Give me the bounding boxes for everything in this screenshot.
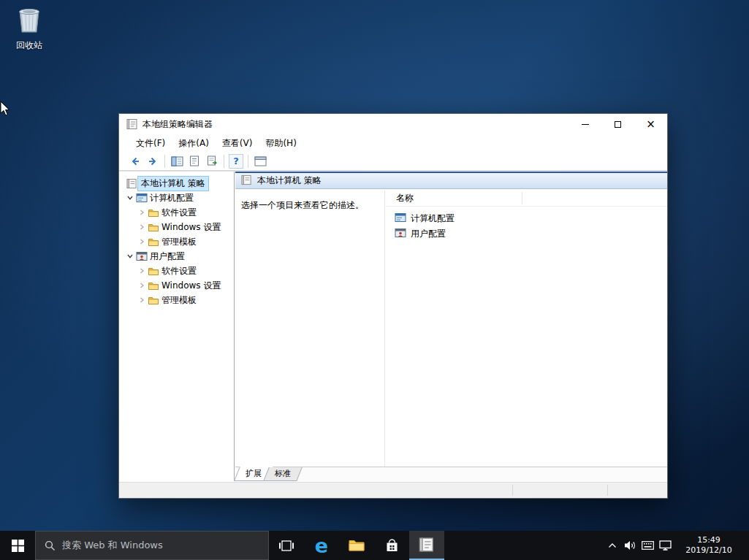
chevron-collapsed-icon[interactable] [137,223,147,231]
window-titlebar[interactable]: 本地组策略编辑器 × [119,114,667,134]
new-window-button[interactable] [251,153,269,169]
tree-item-label: 软件设置 [160,207,198,219]
export-list-icon [207,156,218,166]
tab-standard[interactable]: 标准 [266,467,300,481]
desktop: { "desktop": { "recycle_bin_label": "回收站… [0,0,749,560]
tree-item-label: 用户配置 [148,250,186,263]
name-column-label: 名称 [396,192,414,204]
computer-config-icon [395,212,406,226]
file-explorer-button[interactable] [339,531,374,560]
console-tree-pane: 本地计算机 策略 计算机配置 [119,172,235,481]
tree-item-label: 本地计算机 策略 [138,177,208,191]
back-button[interactable] [126,153,144,169]
chevron-up-icon [608,542,617,548]
edge-button[interactable]: e [304,531,339,560]
tree-item-software-settings[interactable]: 软件设置 [119,205,234,220]
result-header: 本地计算机 策略 [235,172,667,189]
tree-item-label: 计算机配置 [148,192,195,204]
gpedit-taskbar-button[interactable] [409,531,444,560]
properties-button[interactable] [186,153,203,169]
gpedit-window: 本地组策略编辑器 × 文件(F) 操作(A) 查看(V) 帮助(H) [118,113,668,499]
folder-icon [147,265,160,277]
tray-show-hidden-icons-button[interactable] [604,531,621,560]
start-button[interactable] [0,531,35,560]
volume-icon [624,540,636,551]
forward-button[interactable] [144,153,161,169]
close-button[interactable]: × [634,114,667,134]
tree-item-computer-configuration[interactable]: 计算机配置 [119,191,234,205]
clock-time: 15:49 [679,535,739,545]
back-icon [129,156,141,167]
window-title: 本地组策略编辑器 [142,118,213,131]
task-view-button[interactable] [269,531,304,560]
console-content: 本地计算机 策略 计算机配置 [119,171,667,481]
user-config-icon [135,250,148,262]
toolbar-divider [248,155,248,168]
maximize-button[interactable] [601,114,634,134]
folder-icon [147,294,160,306]
tray-network-button[interactable] [656,531,674,560]
chevron-collapsed-icon[interactable] [137,282,147,289]
recycle-bin-label: 回收站 [6,39,53,52]
tree-item-local-computer-policy[interactable]: 本地计算机 策略 [119,176,234,191]
result-pane: 本地计算机 策略 选择一个项目来查看它的描述。 名称 [235,172,667,481]
tree-item-user-configuration[interactable]: 用户配置 [119,249,234,264]
chevron-collapsed-icon[interactable] [137,267,147,275]
description-panel: 选择一个项目来查看它的描述。 [235,191,385,467]
properties-icon [189,156,199,166]
menu-file[interactable]: 文件(F) [129,135,172,152]
tab-label: 扩展 [246,469,262,478]
tree-item-windows-settings[interactable]: Windows 设置 [119,278,234,293]
menu-view[interactable]: 查看(V) [216,135,259,152]
tree-item-administrative-templates[interactable]: 管理模板 [119,234,234,249]
folder-icon [147,207,160,218]
export-list-button[interactable] [203,153,221,169]
tray-touch-keyboard-button[interactable] [639,531,656,560]
folder-icon [147,236,160,248]
chevron-collapsed-icon[interactable] [137,209,147,216]
tree-item-label: 管理模板 [160,236,198,248]
folder-icon [147,221,160,233]
menu-action[interactable]: 操作(A) [172,135,216,152]
list-item-label: 计算机配置 [411,212,455,225]
chevron-expanded-icon[interactable] [125,194,135,202]
gpedit-icon [125,178,138,189]
gpedit-icon [126,118,138,130]
keyboard-icon [642,541,654,550]
network-icon [659,540,672,551]
menu-bar: 文件(F) 操作(A) 查看(V) 帮助(H) [119,134,667,152]
minimize-button[interactable] [569,114,601,134]
tree-item-administrative-templates[interactable]: 管理模板 [119,293,234,307]
chevron-collapsed-icon[interactable] [137,238,147,245]
clock-date: 2019/12/10 [679,545,739,556]
list-item-user-configuration[interactable]: 用户配置 [395,226,667,242]
list-item-computer-configuration[interactable]: 计算机配置 [395,211,667,226]
edge-icon: e [315,536,328,556]
taskbar: 搜索 Web 和 Windows e [0,531,749,560]
close-icon: × [646,119,655,130]
column-separator[interactable] [522,192,522,204]
windows-logo-icon [12,540,24,552]
menu-help[interactable]: 帮助(H) [259,135,303,152]
store-button[interactable] [374,531,409,560]
tree-item-label: 管理模板 [160,294,198,307]
gpedit-icon [241,174,252,188]
name-column-header[interactable]: 名称 [386,191,667,207]
show-console-tree-button[interactable] [168,153,186,169]
tree-item-software-settings[interactable]: 软件设置 [119,264,234,278]
store-icon [385,538,399,553]
chevron-collapsed-icon[interactable] [137,296,147,304]
console-tree-icon [171,156,183,166]
taskbar-clock[interactable]: 15:49 2019/12/10 [679,531,739,560]
toolbar-divider [164,155,165,168]
help-button[interactable]: ? [227,153,245,169]
items-list: 名称 计算机配置 [386,191,667,467]
search-icon [45,540,56,551]
recycle-bin-shortcut[interactable]: 回收站 [6,4,53,52]
tree-item-windows-settings[interactable]: Windows 设置 [119,220,234,234]
taskbar-search[interactable]: 搜索 Web 和 Windows [35,531,269,560]
mouse-cursor [0,101,12,120]
tray-volume-button[interactable] [621,531,639,560]
search-placeholder: 搜索 Web 和 Windows [62,539,163,552]
chevron-expanded-icon[interactable] [125,253,135,260]
